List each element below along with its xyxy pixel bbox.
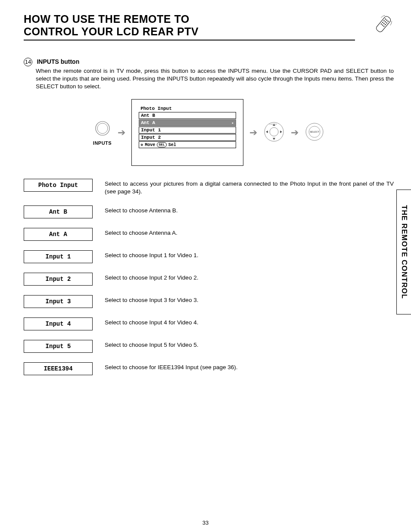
inputs-menu-screen: Photo Input Ant B Ant A▸ Input 1 Input 2… [131,99,243,166]
item-number-badge: 14 [24,58,32,66]
nav-arrows-icon: ✥ [140,142,143,147]
def-label: Ant B [24,205,93,218]
submenu-arrow-icon: ▸ [232,121,234,125]
menu-footer: ✥ Move SEL Sel [139,141,236,148]
def-row: Input 5Select to choose Input 5 for Vide… [24,340,394,353]
menu-item-1: Ant A▸ [139,119,236,126]
def-label: Input 1 [24,250,93,263]
svg-point-16 [270,128,278,136]
section-side-tab: THE REMOTE CONTROL [396,190,411,314]
diagram: INPUTS ➔ Photo Input Ant B Ant A▸ Input … [24,99,394,166]
select-button-icon: SELECT [305,122,324,143]
def-desc: Select to choose Input 1 for Video 1. [105,250,394,259]
def-label: Photo Input [24,179,93,192]
def-row: Ant BSelect to choose Antenna B. [24,205,394,218]
def-desc: Select to choose Antenna A. [105,228,394,237]
def-desc: Select to choose Input 4 for Video 4. [105,317,394,327]
def-row: Input 3Select to choose Input 3 for Vide… [24,295,394,308]
input-definitions-list: Photo InputSelect to access your picture… [24,179,394,375]
svg-text:CURSOR: CURSOR [269,123,277,125]
def-desc: Select to choose Input 2 for Video 2. [105,273,394,282]
page-title: HOW TO USE THE REMOTE TO CONTROL YOUR LC… [24,13,355,40]
def-row: Input 2Select to choose Input 2 for Vide… [24,273,394,286]
def-desc: Select to choose Antenna B. [105,205,394,215]
svg-point-14 [97,123,108,134]
svg-rect-0 [375,16,392,33]
menu-item-2: Input 1 [139,127,236,134]
svg-text:SELECT: SELECT [310,131,319,133]
def-label: Input 4 [24,317,93,330]
inputs-physical-button: INPUTS [93,120,112,146]
remote-illustration-icon [373,14,394,36]
sel-badge: SEL [157,142,166,147]
def-row: Input 1Select to choose Input 1 for Vide… [24,250,394,263]
def-label: Input 5 [24,340,93,353]
def-label: Ant A [24,228,93,241]
def-row: Photo InputSelect to access your picture… [24,179,394,196]
inputs-button-label: INPUTS [93,140,112,146]
def-row: Input 4Select to choose Input 4 for Vide… [24,317,394,330]
def-row: IEEE1394Select to choose for IEEE1394 In… [24,362,394,375]
def-desc: Select to choose Input 5 for Video 5. [105,340,394,349]
def-label: IEEE1394 [24,362,93,375]
arrow-icon: ➔ [249,127,257,138]
def-desc: Select to access your pictures from a di… [105,179,394,196]
def-desc: Select to choose Input 3 for Video 3. [105,295,394,304]
arrow-icon: ➔ [118,127,125,138]
menu-item-0: Ant B [139,112,236,119]
section-14: 14 INPUTS button When the remote control… [24,58,394,91]
page-number: 33 [0,520,411,526]
section-heading: INPUTS button [37,58,79,65]
def-desc: Select to choose for IEEE1394 Input (see… [105,362,394,371]
def-label: Input 3 [24,295,93,308]
arrow-icon: ➔ [291,127,299,138]
def-row: Ant ASelect to choose Antenna A. [24,228,394,241]
side-tab-text: THE REMOTE CONTROL [400,205,408,299]
section-description: When the remote control is in TV mode, p… [36,67,394,91]
menu-title: Photo Input [139,106,236,112]
cursor-pad-icon: CURSOR [263,121,285,144]
title-line1: HOW TO USE THE REMOTE TO [24,13,355,25]
title-line2: CONTROL YOUR LCD REAR PTV [24,25,355,38]
def-label: Input 2 [24,273,93,286]
menu-item-3: Input 2 [139,134,236,141]
